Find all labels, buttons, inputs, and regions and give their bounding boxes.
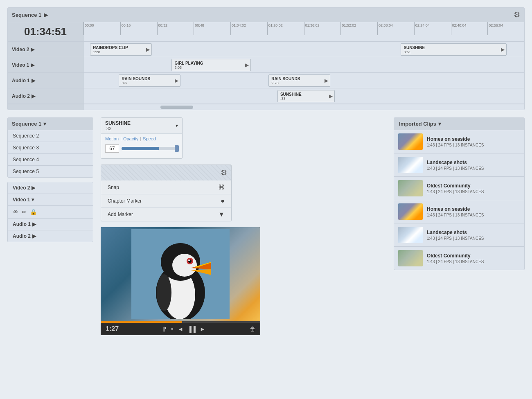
scrollbar-row: [8, 104, 524, 110]
track-label-audio1[interactable]: Audio 1 ▶: [8, 73, 83, 88]
track-label-video2[interactable]: Video 2 ▶: [8, 42, 83, 57]
video-controls: 1:27 ⁋ ⁌ ◄ ▐▐ ► 🗑: [101, 323, 260, 335]
snap-icon: ⌘: [218, 183, 225, 191]
lock-icon[interactable]: 🔒: [30, 209, 37, 215]
ruler-mark: 02:40:04: [451, 22, 488, 35]
clip-rain-sounds-1[interactable]: RAIN SOUNDS :46 ▶: [119, 74, 180, 87]
slider-thumb[interactable]: [175, 145, 179, 152]
bottom-track-audio1[interactable]: Audio 1 ▶: [8, 219, 93, 230]
right-panel: Imported Clips ▾ Homes on seaside 1:43 |…: [394, 117, 525, 335]
sequence-item-4[interactable]: Sequence 4: [8, 154, 93, 166]
thumbnail-image: [398, 203, 423, 220]
video-frame: [101, 227, 260, 321]
settings-snap-row[interactable]: Snap ⌘: [101, 180, 231, 194]
clip-info: Homes on seaside 1:43 | 24 FPS | 13 INST…: [427, 206, 520, 217]
clip-sunshine-v2[interactable]: SUNSHINE 3:51 ▶: [401, 43, 506, 56]
track-label-audio2[interactable]: Audio 2 ▶: [8, 88, 83, 104]
settings-chapter-row[interactable]: Chapter Marker ●: [101, 194, 231, 208]
clip-info: Homes on seaside 1:43 | 24 FPS | 13 INST…: [427, 136, 520, 147]
slider-value[interactable]: 67: [105, 144, 119, 153]
list-item[interactable]: Oldest Community 1:43 | 24 FPS | 13 INST…: [394, 247, 524, 270]
track-dropdown-icon: ▾: [32, 197, 34, 203]
mark-out-button[interactable]: ⁌: [171, 326, 174, 332]
sequence-item-2[interactable]: Sequence 2: [8, 130, 93, 142]
list-item[interactable]: Oldest Community 1:43 | 24 FPS | 13 INST…: [394, 177, 524, 200]
rewind-button[interactable]: ◄: [178, 326, 183, 332]
track-content-video2[interactable]: RAINDROPS CLIP 1:28 ▶ SUNSHINE 3:51 ▶: [83, 42, 524, 57]
track-content-audio2[interactable]: SUNSHINE :33 ▶: [83, 88, 524, 104]
track-content-video1[interactable]: GIRL PLAYING 2:03 ▶: [83, 57, 524, 72]
clip-raindrops[interactable]: RAINDROPS CLIP 1:28 ▶: [90, 43, 152, 56]
track-arrow-icon: ▶: [32, 233, 36, 239]
track-label-video1[interactable]: Video 1 ▶: [8, 57, 83, 72]
clip-info: Oldest Community 1:43 | 24 FPS | 13 INST…: [427, 253, 520, 264]
ruler-mark: 01:04:02: [230, 22, 267, 35]
sequence-item-5[interactable]: Sequence 5: [8, 166, 93, 177]
play-button[interactable]: ►: [200, 326, 205, 332]
pencil-icon[interactable]: ✏: [22, 209, 27, 215]
bottom-track-audio2[interactable]: Audio 2 ▶: [8, 230, 93, 242]
timeline-header: Sequence 1 ▶ ⚙: [8, 8, 524, 22]
timeline-ruler: 00:00 00:16 00:32 00:48 01:04:02 01:20:0…: [83, 22, 524, 35]
list-item[interactable]: Landscape shots 1:43 | 24 FPS | 13 INSTA…: [394, 223, 524, 247]
sunshine-title-block: SUNSHINE :33: [105, 120, 131, 131]
clip-rain-sounds-2[interactable]: RAIN SOUNDS 2:78 ▶: [268, 74, 330, 87]
puffin-image: [131, 229, 230, 319]
mark-in-button[interactable]: ⁋: [163, 326, 167, 332]
chevron-right-icon: ▶: [44, 12, 48, 18]
settings-marker-row[interactable]: Add Marker ▼: [101, 208, 231, 221]
chapter-marker-icon: ●: [221, 197, 225, 205]
settings-popup-header: ⚙: [101, 165, 231, 180]
timeline-sequence-title[interactable]: Sequence 1 ▶: [12, 12, 48, 18]
ruler-mark: 02:56:04: [487, 22, 524, 35]
bottom-tracks-box: Video 2 ▶ Video 1 ▾ 👁 ✏ 🔒 Audio 1 ▶ Audi…: [7, 182, 93, 242]
sunshine-chevron-icon[interactable]: ▾: [176, 123, 178, 128]
sequences-header[interactable]: Sequence 1 ▾: [8, 118, 93, 130]
settings-popup: ⚙ Snap ⌘ Chapter Marker ● Add Marker ▼: [101, 165, 232, 221]
list-item[interactable]: Landscape shots 1:43 | 24 FPS | 13 INSTA…: [394, 153, 524, 177]
imported-clips-header[interactable]: Imported Clips ▾: [394, 118, 524, 130]
scrollbar-track[interactable]: [83, 104, 524, 110]
slider-bar[interactable]: [122, 147, 178, 150]
tab-speed[interactable]: Speed: [143, 136, 156, 141]
clip-girl-playing[interactable]: GIRL PLAYING 2:03 ▶: [171, 59, 251, 71]
svg-point-7: [188, 259, 190, 261]
timecode-row: 01:34:51 00:00 00:16 00:32 00:48 01:04:0…: [8, 22, 524, 42]
ruler-mark: 01:20:02: [267, 22, 304, 35]
thumbnail-image: [398, 133, 423, 150]
scrollbar-thumb[interactable]: [160, 106, 193, 109]
ruler-marks: 00:00 00:16 00:32 00:48 01:04:02 01:20:0…: [83, 22, 524, 35]
video-control-buttons: ⁋ ⁌ ◄ ▐▐ ►: [163, 326, 205, 332]
settings-chapter-label: Chapter Marker: [108, 198, 142, 204]
video-preview: 1:27 ⁋ ⁌ ◄ ▐▐ ► 🗑: [101, 227, 260, 335]
list-item[interactable]: Homes on seaside 1:43 | 24 FPS | 13 INST…: [394, 130, 524, 153]
thumbnail-image: [398, 180, 423, 196]
clip-info: Landscape shots 1:43 | 24 FPS | 13 INSTA…: [427, 230, 520, 241]
ruler-mark: 02:24:04: [414, 22, 451, 35]
clip-sunshine-audio[interactable]: SUNSHINE :33 ▶: [277, 90, 335, 102]
track-expand-icon: ▶: [32, 93, 35, 99]
pause-button[interactable]: ▐▐: [187, 326, 196, 332]
clip-info: Oldest Community 1:43 | 24 FPS | 13 INST…: [427, 183, 520, 194]
bottom-track-video1[interactable]: Video 1 ▾: [8, 194, 93, 206]
sequence-name-label: Sequence 1: [12, 12, 41, 18]
tab-opacity[interactable]: Opacity: [123, 136, 138, 141]
ruler-mark: 00:16: [120, 22, 157, 35]
bottom-section: Sequence 1 ▾ Sequence 2 Sequence 3 Seque…: [7, 117, 525, 335]
list-item[interactable]: Homes on seaside 1:43 | 24 FPS | 13 INST…: [394, 200, 524, 223]
timecode-display: 01:34:51: [8, 22, 83, 41]
thumbnail-image: [398, 157, 423, 173]
eye-icon[interactable]: 👁: [13, 209, 18, 215]
ruler-mark: 01:52:02: [340, 22, 377, 35]
sequence-item-3[interactable]: Sequence 3: [8, 142, 93, 154]
trash-icon[interactable]: 🗑: [250, 326, 255, 332]
bottom-track-video2[interactable]: Video 2 ▶: [8, 182, 93, 194]
tab-motion[interactable]: Motion: [105, 136, 119, 141]
settings-snap-label: Snap: [108, 185, 119, 190]
track-expand-icon: ▶: [32, 78, 35, 83]
settings-gear-button[interactable]: ⚙: [221, 168, 227, 177]
track-content-audio1[interactable]: RAIN SOUNDS :46 ▶ RAIN SOUNDS 2:78 ▶: [83, 73, 524, 88]
timeline-gear-button[interactable]: ⚙: [514, 10, 520, 19]
svg-point-4: [172, 254, 197, 277]
clip-info: Landscape shots 1:43 | 24 FPS | 13 INSTA…: [427, 160, 520, 171]
